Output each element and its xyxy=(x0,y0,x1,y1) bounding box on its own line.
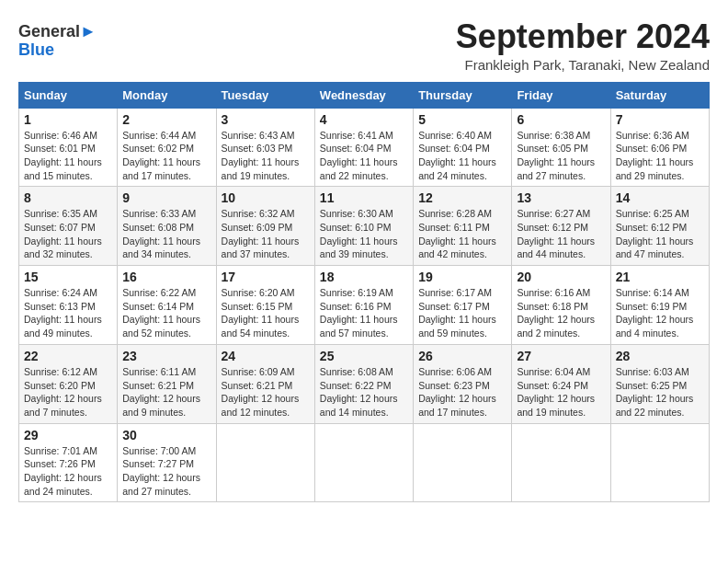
day-cell-8: 8Sunrise: 6:35 AMSunset: 6:07 PMDaylight… xyxy=(19,187,118,266)
day-info: Sunrise: 6:44 AMSunset: 6:02 PMDaylight:… xyxy=(122,129,210,183)
day-cell-10: 10Sunrise: 6:32 AMSunset: 6:09 PMDayligh… xyxy=(216,187,314,266)
day-cell-27: 27Sunrise: 6:04 AMSunset: 6:24 PMDayligh… xyxy=(512,344,610,423)
day-cell-15: 15Sunrise: 6:24 AMSunset: 6:13 PMDayligh… xyxy=(19,266,118,345)
day-cell-1: 1Sunrise: 6:46 AMSunset: 6:01 PMDaylight… xyxy=(19,108,118,187)
day-info: Sunrise: 6:40 AMSunset: 6:04 PMDaylight:… xyxy=(418,129,506,183)
day-info: Sunrise: 6:38 AMSunset: 6:05 PMDaylight:… xyxy=(517,129,605,183)
day-info: Sunrise: 6:36 AMSunset: 6:06 PMDaylight:… xyxy=(616,129,704,183)
day-info: Sunrise: 6:33 AMSunset: 6:08 PMDaylight:… xyxy=(122,207,210,261)
day-number: 24 xyxy=(222,349,310,363)
weekday-sunday: Sunday xyxy=(19,82,118,108)
day-info: Sunrise: 6:25 AMSunset: 6:12 PMDaylight:… xyxy=(616,207,704,261)
day-cell-7: 7Sunrise: 6:36 AMSunset: 6:06 PMDaylight… xyxy=(610,108,709,187)
day-info: Sunrise: 6:46 AMSunset: 6:01 PMDaylight:… xyxy=(24,129,112,183)
day-info: Sunrise: 6:20 AMSunset: 6:15 PMDaylight:… xyxy=(222,286,310,340)
day-cell-11: 11Sunrise: 6:30 AMSunset: 6:10 PMDayligh… xyxy=(314,187,413,266)
day-number: 3 xyxy=(222,112,310,127)
weekday-tuesday: Tuesday xyxy=(216,82,314,108)
day-cell-26: 26Sunrise: 6:06 AMSunset: 6:23 PMDayligh… xyxy=(414,344,512,423)
day-info: Sunrise: 6:03 AMSunset: 6:25 PMDaylight:… xyxy=(616,365,704,419)
day-number: 15 xyxy=(24,270,112,284)
day-info: Sunrise: 6:14 AMSunset: 6:19 PMDaylight:… xyxy=(616,286,704,340)
logo: General► Blue xyxy=(18,23,97,60)
day-cell-5: 5Sunrise: 6:40 AMSunset: 6:04 PMDaylight… xyxy=(414,108,512,187)
weekday-header-row: SundayMondayTuesdayWednesdayThursdayFrid… xyxy=(19,82,710,108)
day-number: 28 xyxy=(616,349,704,363)
day-info: Sunrise: 6:43 AMSunset: 6:03 PMDaylight:… xyxy=(222,129,310,183)
day-info: Sunrise: 6:06 AMSunset: 6:23 PMDaylight:… xyxy=(418,365,506,419)
calendar-week-row: 15Sunrise: 6:24 AMSunset: 6:13 PMDayligh… xyxy=(19,266,710,345)
day-number: 29 xyxy=(24,428,112,442)
weekday-monday: Monday xyxy=(118,82,216,108)
day-number: 18 xyxy=(320,270,408,284)
day-number: 19 xyxy=(418,270,506,284)
day-info: Sunrise: 6:12 AMSunset: 6:20 PMDaylight:… xyxy=(24,365,112,419)
day-info: Sunrise: 6:22 AMSunset: 6:14 PMDaylight:… xyxy=(122,286,210,340)
day-number: 9 xyxy=(122,190,210,205)
title-block: September 2024 Frankleigh Park, Taranaki… xyxy=(456,18,710,73)
location: Frankleigh Park, Taranaki, New Zealand xyxy=(456,57,710,73)
day-number: 11 xyxy=(320,190,408,205)
day-cell-25: 25Sunrise: 6:08 AMSunset: 6:22 PMDayligh… xyxy=(314,344,413,423)
day-number: 21 xyxy=(616,270,704,284)
day-number: 22 xyxy=(24,349,112,363)
calendar-week-row: 29Sunrise: 7:01 AMSunset: 7:26 PMDayligh… xyxy=(19,423,710,502)
weekday-wednesday: Wednesday xyxy=(314,82,413,108)
day-cell-12: 12Sunrise: 6:28 AMSunset: 6:11 PMDayligh… xyxy=(414,187,512,266)
day-cell-19: 19Sunrise: 6:17 AMSunset: 6:17 PMDayligh… xyxy=(414,266,512,345)
day-info: Sunrise: 6:09 AMSunset: 6:21 PMDaylight:… xyxy=(222,365,310,419)
day-cell-4: 4Sunrise: 6:41 AMSunset: 6:04 PMDaylight… xyxy=(314,108,413,187)
day-cell-13: 13Sunrise: 6:27 AMSunset: 6:12 PMDayligh… xyxy=(512,187,610,266)
empty-cell xyxy=(314,423,413,502)
day-info: Sunrise: 6:24 AMSunset: 6:13 PMDaylight:… xyxy=(24,286,112,340)
day-info: Sunrise: 6:30 AMSunset: 6:10 PMDaylight:… xyxy=(320,207,408,261)
day-number: 12 xyxy=(418,190,506,205)
day-number: 26 xyxy=(418,349,506,363)
empty-cell xyxy=(512,423,610,502)
day-cell-23: 23Sunrise: 6:11 AMSunset: 6:21 PMDayligh… xyxy=(118,344,216,423)
day-info: Sunrise: 7:01 AMSunset: 7:26 PMDaylight:… xyxy=(24,444,112,499)
day-info: Sunrise: 6:04 AMSunset: 6:24 PMDaylight:… xyxy=(517,365,605,419)
day-cell-18: 18Sunrise: 6:19 AMSunset: 6:16 PMDayligh… xyxy=(314,266,413,345)
weekday-friday: Friday xyxy=(512,82,610,108)
day-cell-17: 17Sunrise: 6:20 AMSunset: 6:15 PMDayligh… xyxy=(216,266,314,345)
day-number: 4 xyxy=(320,112,408,127)
day-info: Sunrise: 6:11 AMSunset: 6:21 PMDaylight:… xyxy=(122,365,210,419)
calendar-week-row: 1Sunrise: 6:46 AMSunset: 6:01 PMDaylight… xyxy=(19,108,710,187)
day-number: 16 xyxy=(122,270,210,284)
day-cell-29: 29Sunrise: 7:01 AMSunset: 7:26 PMDayligh… xyxy=(19,423,118,502)
page-header: General► Blue September 2024 Frankleigh … xyxy=(18,18,710,73)
day-number: 27 xyxy=(517,349,605,363)
day-number: 6 xyxy=(517,112,605,127)
day-number: 2 xyxy=(122,112,210,127)
day-info: Sunrise: 6:16 AMSunset: 6:18 PMDaylight:… xyxy=(517,286,605,340)
day-cell-22: 22Sunrise: 6:12 AMSunset: 6:20 PMDayligh… xyxy=(19,344,118,423)
day-cell-30: 30Sunrise: 7:00 AMSunset: 7:27 PMDayligh… xyxy=(118,423,216,502)
day-number: 23 xyxy=(122,349,210,363)
day-info: Sunrise: 7:00 AMSunset: 7:27 PMDaylight:… xyxy=(122,444,210,499)
day-number: 14 xyxy=(616,190,704,205)
day-cell-3: 3Sunrise: 6:43 AMSunset: 6:03 PMDaylight… xyxy=(216,108,314,187)
logo-general: General xyxy=(18,22,80,40)
weekday-thursday: Thursday xyxy=(414,82,512,108)
day-number: 30 xyxy=(122,428,210,442)
day-cell-20: 20Sunrise: 6:16 AMSunset: 6:18 PMDayligh… xyxy=(512,266,610,345)
day-info: Sunrise: 6:27 AMSunset: 6:12 PMDaylight:… xyxy=(517,207,605,261)
day-info: Sunrise: 6:32 AMSunset: 6:09 PMDaylight:… xyxy=(222,207,310,261)
day-cell-16: 16Sunrise: 6:22 AMSunset: 6:14 PMDayligh… xyxy=(118,266,216,345)
day-cell-21: 21Sunrise: 6:14 AMSunset: 6:19 PMDayligh… xyxy=(610,266,709,345)
day-cell-24: 24Sunrise: 6:09 AMSunset: 6:21 PMDayligh… xyxy=(216,344,314,423)
day-number: 5 xyxy=(418,112,506,127)
logo-blue: Blue xyxy=(18,40,54,59)
day-info: Sunrise: 6:19 AMSunset: 6:16 PMDaylight:… xyxy=(320,286,408,340)
day-number: 13 xyxy=(517,190,605,205)
day-cell-28: 28Sunrise: 6:03 AMSunset: 6:25 PMDayligh… xyxy=(610,344,709,423)
empty-cell xyxy=(414,423,512,502)
day-number: 7 xyxy=(616,112,704,127)
day-number: 8 xyxy=(24,190,112,205)
weekday-saturday: Saturday xyxy=(610,82,709,108)
day-info: Sunrise: 6:35 AMSunset: 6:07 PMDaylight:… xyxy=(24,207,112,261)
day-cell-9: 9Sunrise: 6:33 AMSunset: 6:08 PMDaylight… xyxy=(118,187,216,266)
day-cell-6: 6Sunrise: 6:38 AMSunset: 6:05 PMDaylight… xyxy=(512,108,610,187)
day-number: 1 xyxy=(24,112,112,127)
